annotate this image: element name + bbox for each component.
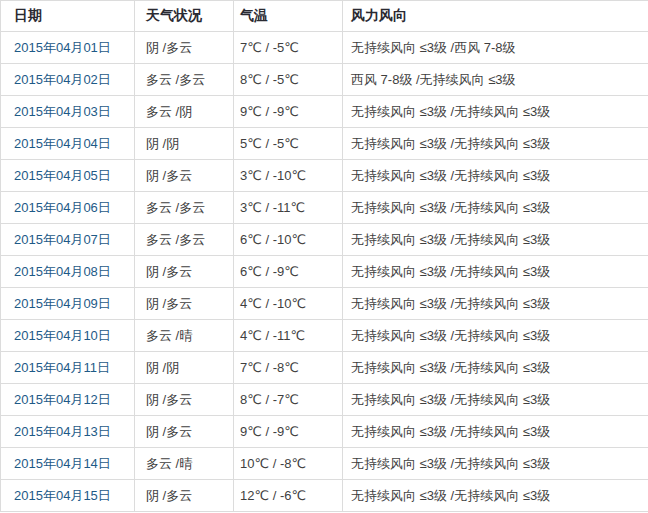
- wind-cell: 无持续风向 ≤3级 /无持续风向 ≤3级: [343, 192, 648, 224]
- date-link[interactable]: 2015年04月12日: [14, 392, 111, 407]
- weather-cell: 多云 /多云: [135, 64, 234, 96]
- date-link[interactable]: 2015年04月09日: [14, 296, 111, 311]
- table-row: 2015年04月12日 阴 /多云 8℃ / -7℃ 无持续风向 ≤3级 /无持…: [1, 384, 648, 416]
- table-row: 2015年04月10日 多云 /晴 4℃ / -11℃ 无持续风向 ≤3级 /无…: [1, 320, 648, 352]
- weather-cell: 阴 /阴: [135, 128, 234, 160]
- date-link[interactable]: 2015年04月01日: [14, 40, 111, 55]
- date-cell: 2015年04月09日: [1, 288, 135, 320]
- temp-cell: 3℃ / -11℃: [234, 192, 343, 224]
- temp-cell: 8℃ / -5℃: [234, 64, 343, 96]
- table-header: 日期 天气状况 气温 风力风向: [1, 1, 648, 32]
- wind-cell: 无持续风向 ≤3级 /无持续风向 ≤3级: [343, 480, 648, 512]
- date-cell: 2015年04月07日: [1, 224, 135, 256]
- date-link[interactable]: 2015年04月08日: [14, 264, 111, 279]
- column-header-weather: 天气状况: [135, 1, 234, 32]
- temp-cell: 9℃ / -9℃: [234, 96, 343, 128]
- date-link[interactable]: 2015年04月04日: [14, 136, 111, 151]
- wind-cell: 无持续风向 ≤3级 /无持续风向 ≤3级: [343, 416, 648, 448]
- temp-cell: 10℃ / -8℃: [234, 448, 343, 480]
- date-cell: 2015年04月14日: [1, 448, 135, 480]
- table-row: 2015年04月02日 多云 /多云 8℃ / -5℃ 西风 7-8级 /无持续…: [1, 64, 648, 96]
- weather-cell: 阴 /多云: [135, 384, 234, 416]
- wind-cell: 西风 7-8级 /无持续风向 ≤3级: [343, 64, 648, 96]
- wind-cell: 无持续风向 ≤3级 /无持续风向 ≤3级: [343, 160, 648, 192]
- column-header-date: 日期: [1, 1, 135, 32]
- wind-cell: 无持续风向 ≤3级 /无持续风向 ≤3级: [343, 224, 648, 256]
- date-cell: 2015年04月12日: [1, 384, 135, 416]
- date-link[interactable]: 2015年04月07日: [14, 232, 111, 247]
- table-row: 2015年04月07日 多云 /多云 6℃ / -10℃ 无持续风向 ≤3级 /…: [1, 224, 648, 256]
- temp-cell: 9℃ / -9℃: [234, 416, 343, 448]
- wind-cell: 无持续风向 ≤3级 /无持续风向 ≤3级: [343, 320, 648, 352]
- wind-cell: 无持续风向 ≤3级 /无持续风向 ≤3级: [343, 96, 648, 128]
- date-cell: 2015年04月08日: [1, 256, 135, 288]
- date-cell: 2015年04月11日: [1, 352, 135, 384]
- wind-cell: 无持续风向 ≤3级 /无持续风向 ≤3级: [343, 448, 648, 480]
- weather-cell: 阴 /多云: [135, 288, 234, 320]
- temp-cell: 6℃ / -10℃: [234, 224, 343, 256]
- date-link[interactable]: 2015年04月11日: [14, 360, 110, 375]
- column-header-temp: 气温: [234, 1, 343, 32]
- date-cell: 2015年04月05日: [1, 160, 135, 192]
- weather-cell: 阴 /阴: [135, 352, 234, 384]
- table-row: 2015年04月15日 阴 /多云 12℃ / -6℃ 无持续风向 ≤3级 /无…: [1, 480, 648, 512]
- date-cell: 2015年04月15日: [1, 480, 135, 512]
- temp-cell: 4℃ / -10℃: [234, 288, 343, 320]
- weather-cell: 阴 /多云: [135, 160, 234, 192]
- weather-cell: 多云 /多云: [135, 192, 234, 224]
- table-row: 2015年04月11日 阴 /阴 7℃ / -8℃ 无持续风向 ≤3级 /无持续…: [1, 352, 648, 384]
- wind-cell: 无持续风向 ≤3级 /无持续风向 ≤3级: [343, 128, 648, 160]
- date-cell: 2015年04月13日: [1, 416, 135, 448]
- table-row: 2015年04月09日 阴 /多云 4℃ / -10℃ 无持续风向 ≤3级 /无…: [1, 288, 648, 320]
- weather-cell: 多云 /阴: [135, 96, 234, 128]
- wind-cell: 无持续风向 ≤3级 /无持续风向 ≤3级: [343, 288, 648, 320]
- wind-cell: 无持续风向 ≤3级 /无持续风向 ≤3级: [343, 256, 648, 288]
- temp-cell: 12℃ / -6℃: [234, 480, 343, 512]
- temp-cell: 4℃ / -11℃: [234, 320, 343, 352]
- date-link[interactable]: 2015年04月15日: [14, 488, 111, 503]
- temp-cell: 7℃ / -8℃: [234, 352, 343, 384]
- date-link[interactable]: 2015年04月02日: [14, 72, 111, 87]
- date-link[interactable]: 2015年04月03日: [14, 104, 111, 119]
- table-row: 2015年04月01日 阴 /多云 7℃ / -5℃ 无持续风向 ≤3级 /西风…: [1, 32, 648, 64]
- wind-cell: 无持续风向 ≤3级 /西风 7-8级: [343, 32, 648, 64]
- temp-cell: 8℃ / -7℃: [234, 384, 343, 416]
- column-header-wind: 风力风向: [343, 1, 648, 32]
- weather-cell: 阴 /多云: [135, 416, 234, 448]
- weather-cell: 多云 /多云: [135, 224, 234, 256]
- table-row: 2015年04月04日 阴 /阴 5℃ / -5℃ 无持续风向 ≤3级 /无持续…: [1, 128, 648, 160]
- temp-cell: 7℃ / -5℃: [234, 32, 343, 64]
- weather-cell: 阴 /多云: [135, 256, 234, 288]
- temp-cell: 6℃ / -9℃: [234, 256, 343, 288]
- table-body: 2015年04月01日 阴 /多云 7℃ / -5℃ 无持续风向 ≤3级 /西风…: [1, 32, 648, 512]
- wind-cell: 无持续风向 ≤3级 /无持续风向 ≤3级: [343, 384, 648, 416]
- date-link[interactable]: 2015年04月05日: [14, 168, 111, 183]
- date-link[interactable]: 2015年04月14日: [14, 456, 111, 471]
- weather-cell: 阴 /多云: [135, 480, 234, 512]
- date-cell: 2015年04月01日: [1, 32, 135, 64]
- header-row: 日期 天气状况 气温 风力风向: [1, 1, 648, 32]
- weather-history-table: 日期 天气状况 气温 风力风向 2015年04月01日 阴 /多云 7℃ / -…: [0, 0, 648, 512]
- date-link[interactable]: 2015年04月06日: [14, 200, 111, 215]
- date-cell: 2015年04月10日: [1, 320, 135, 352]
- wind-cell: 无持续风向 ≤3级 /无持续风向 ≤3级: [343, 352, 648, 384]
- table-row: 2015年04月05日 阴 /多云 3℃ / -10℃ 无持续风向 ≤3级 /无…: [1, 160, 648, 192]
- table-row: 2015年04月03日 多云 /阴 9℃ / -9℃ 无持续风向 ≤3级 /无持…: [1, 96, 648, 128]
- table-row: 2015年04月08日 阴 /多云 6℃ / -9℃ 无持续风向 ≤3级 /无持…: [1, 256, 648, 288]
- temp-cell: 3℃ / -10℃: [234, 160, 343, 192]
- weather-cell: 多云 /晴: [135, 448, 234, 480]
- weather-cell: 阴 /多云: [135, 32, 234, 64]
- temp-cell: 5℃ / -5℃: [234, 128, 343, 160]
- table-row: 2015年04月06日 多云 /多云 3℃ / -11℃ 无持续风向 ≤3级 /…: [1, 192, 648, 224]
- date-cell: 2015年04月02日: [1, 64, 135, 96]
- table-row: 2015年04月14日 多云 /晴 10℃ / -8℃ 无持续风向 ≤3级 /无…: [1, 448, 648, 480]
- date-link[interactable]: 2015年04月10日: [14, 328, 111, 343]
- weather-cell: 多云 /晴: [135, 320, 234, 352]
- date-link[interactable]: 2015年04月13日: [14, 424, 111, 439]
- date-cell: 2015年04月03日: [1, 96, 135, 128]
- date-cell: 2015年04月04日: [1, 128, 135, 160]
- table-row: 2015年04月13日 阴 /多云 9℃ / -9℃ 无持续风向 ≤3级 /无持…: [1, 416, 648, 448]
- date-cell: 2015年04月06日: [1, 192, 135, 224]
